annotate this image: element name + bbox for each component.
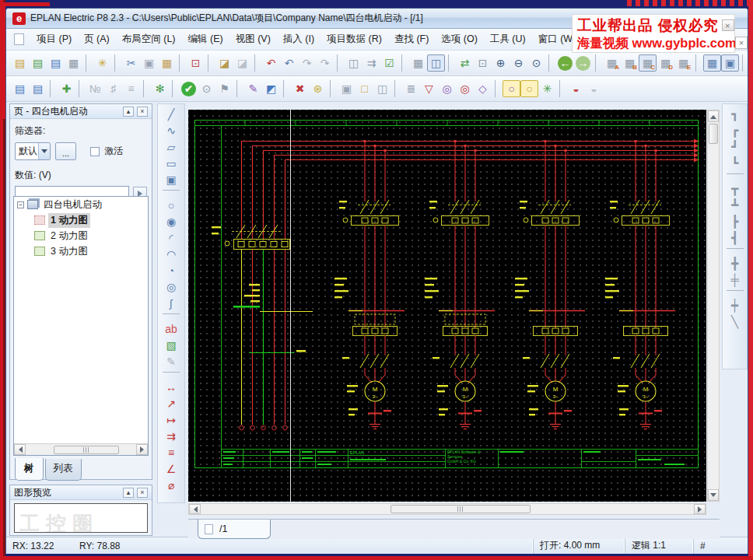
grid-toggle-icon[interactable]: ▦ [703, 54, 721, 72]
dim-oblique-icon[interactable]: ↗ [161, 395, 181, 411]
pages-panel-header[interactable]: 页 - 四台电机启动 ▴ × [10, 104, 152, 119]
tree-item-page-3[interactable]: 3 动力图 [14, 243, 148, 259]
scroll-down-button[interactable] [708, 489, 719, 501]
zoom-out-icon[interactable]: ⊖ [510, 54, 527, 72]
menu-item[interactable]: 工具 (U) [484, 31, 532, 47]
scroll-left-button[interactable] [189, 504, 201, 514]
connector-icon[interactable]: ✳ [538, 80, 556, 97]
tab-list[interactable]: 列表 [45, 459, 82, 481]
synchronize-icon[interactable]: ⊛ [309, 80, 327, 97]
collapse-panel-button[interactable]: ▴ [123, 107, 134, 117]
active-checkbox[interactable] [90, 147, 100, 156]
menu-item[interactable]: 页 (A) [78, 31, 116, 47]
polyline-tool-icon[interactable]: ∿ [161, 122, 181, 138]
pin-icon[interactable]: ◒ [567, 80, 585, 97]
redo-icon[interactable]: ↷ [298, 54, 316, 72]
ellipse-tool-icon[interactable]: ◎ [161, 278, 181, 295]
canvas-horizontal-scrollbar[interactable] [188, 503, 706, 515]
rectangle-tool-icon[interactable]: ▭ [161, 155, 181, 171]
schematic-canvas[interactable]: M 3~ [188, 110, 706, 502]
collapse-toggle-icon[interactable]: − [17, 201, 24, 208]
dim-linear-icon[interactable]: ↔ [161, 379, 181, 395]
page-tab[interactable]: /1 [198, 520, 271, 539]
canvas-vertical-scrollbar[interactable] [707, 110, 720, 502]
device-settings-icon[interactable]: ⊙ [198, 80, 215, 97]
plugin-icon[interactable]: ✚ [58, 80, 75, 97]
terminal-sort-icon[interactable]: ◇ [474, 80, 492, 97]
forward-icon[interactable]: → [576, 56, 590, 71]
settings-icon[interactable]: ✳ [93, 54, 111, 72]
cut-icon[interactable]: ✂ [122, 54, 140, 72]
undo-list-icon[interactable]: ↶ [262, 54, 280, 72]
page-export-icon[interactable]: ▤ [47, 54, 65, 72]
window-list-icon[interactable]: ◫ [345, 54, 362, 72]
t-node-up-icon[interactable]: ┻ [725, 197, 745, 213]
tree-root-project[interactable]: − 四台电机启动 [14, 197, 148, 212]
image-tool-icon[interactable]: ▧ [161, 337, 181, 353]
tree-horizontal-scrollbar[interactable] [14, 443, 148, 455]
terminal-boxed-icon[interactable]: ○ [503, 80, 520, 97]
check-project-icon[interactable]: ☑ [380, 54, 398, 72]
symbol-select-icon[interactable]: ✻ [151, 80, 169, 97]
page-import-icon[interactable]: ▤ [29, 54, 47, 72]
zoom-100-icon[interactable]: ⊙ [527, 54, 545, 72]
t-node-right-icon[interactable]: ┣ [725, 213, 745, 229]
polygon-tool-icon[interactable]: ▱ [161, 138, 181, 155]
scrollbar-thumb[interactable] [391, 505, 531, 513]
menu-item[interactable]: 布局空间 (L) [116, 31, 182, 47]
grid-display-icon[interactable]: ▦ [409, 54, 427, 72]
dim-angle-icon[interactable]: ∠ [161, 460, 181, 477]
dim-radius-icon[interactable]: ⌀ [161, 477, 181, 493]
delete-icon[interactable]: ✖ [291, 80, 309, 97]
number-pages-icon[interactable]: № [86, 80, 104, 97]
number-devices-icon[interactable]: ♯ [104, 80, 122, 97]
corner-up-left-icon[interactable]: ┛ [725, 138, 745, 155]
terminal-edit-icon[interactable]: ◎ [456, 80, 474, 97]
snap-grid-icon[interactable]: ▣ [721, 54, 739, 72]
corner-down-right-icon[interactable]: ┏ [725, 122, 745, 138]
pencil-tool-icon[interactable]: ✎ [161, 353, 181, 369]
tree-item-page-1[interactable]: 1 动力图 [14, 212, 148, 228]
menu-item[interactable]: 插入 (I) [277, 31, 320, 47]
circle-fill-tool-icon[interactable]: ◉ [161, 213, 181, 229]
scrollbar-thumb[interactable] [54, 446, 119, 454]
double-junction-icon[interactable]: ╪ [725, 271, 745, 288]
scroll-right-button[interactable] [136, 444, 148, 455]
scroll-right-button[interactable] [694, 504, 706, 514]
refresh-view-icon[interactable]: ⇄ [456, 54, 474, 72]
terminal-check-icon[interactable]: ▽ [420, 80, 438, 97]
scrollbar-thumb[interactable] [709, 124, 718, 144]
grid-c-icon[interactable]: ▦C [639, 54, 657, 72]
filter-dropdown[interactable]: 默认 [15, 142, 51, 160]
device-navigator-icon[interactable]: ◩ [262, 80, 280, 97]
redo-list-icon[interactable]: ↷ [316, 54, 334, 72]
arc-center-tool-icon[interactable]: ◠ [161, 246, 181, 262]
close-panel-button[interactable]: × [137, 488, 148, 498]
close-icon[interactable]: × [722, 19, 734, 31]
edit-properties-icon[interactable]: ✎ [244, 80, 262, 97]
scroll-left-button[interactable] [14, 444, 26, 455]
break-point-icon[interactable]: ╲ [725, 313, 745, 330]
copy-icon[interactable]: ▣ [140, 54, 158, 72]
open-page-icon[interactable]: ▤ [11, 54, 29, 72]
line-tool-icon[interactable]: ╱ [161, 106, 181, 122]
back-icon[interactable]: ← [558, 56, 573, 71]
close-panel-button[interactable]: × [137, 107, 148, 117]
terminal-diagram-icon[interactable]: ≣ [402, 80, 420, 97]
workflow-icon[interactable]: ⇉ [362, 54, 380, 72]
menu-item[interactable]: 项目数据 (R) [320, 31, 388, 47]
text-tool-icon[interactable]: ab [161, 320, 181, 337]
grid-e-icon[interactable]: ▦E [674, 54, 692, 72]
menu-item[interactable]: 编辑 (E) [182, 31, 229, 47]
preview-panel-header[interactable]: 图形预览 ▴ × [10, 485, 152, 500]
tab-tree[interactable]: 树 [15, 458, 44, 481]
terminal-boxed2-icon[interactable]: ○ [520, 80, 538, 97]
menu-item[interactable]: 项目 (P) [30, 31, 78, 47]
arc-tool-icon[interactable]: ◜ [161, 229, 181, 246]
new-page-icon[interactable]: □ [355, 80, 373, 97]
grid-a-icon[interactable]: ▦A [603, 54, 621, 72]
dim-baseline-icon[interactable]: ≡ [161, 444, 181, 460]
jumper-icon[interactable]: ┿ [725, 297, 745, 313]
paste-icon[interactable]: ▦ [158, 54, 176, 72]
page-macro-icon[interactable]: ◫ [373, 80, 391, 97]
